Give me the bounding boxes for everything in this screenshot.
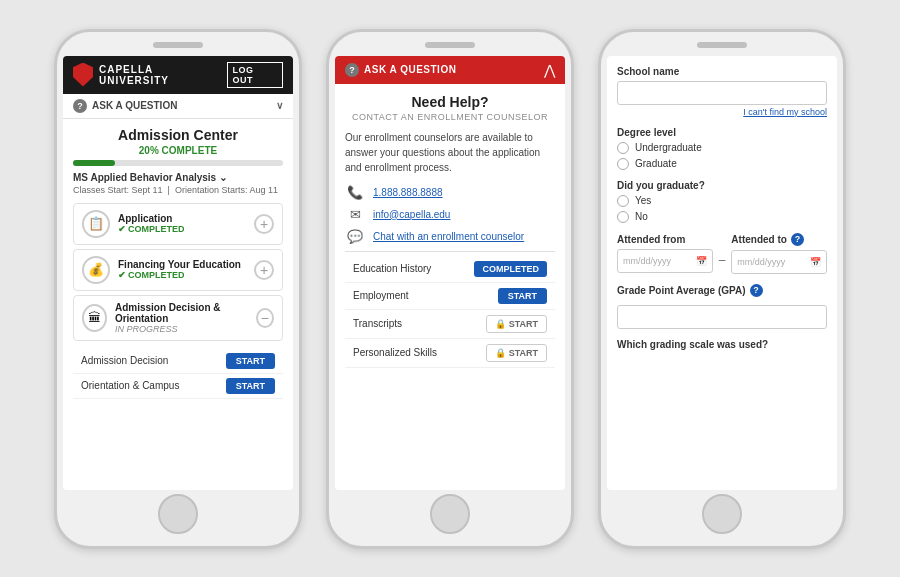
chat-contact-row: 💬 Chat with an enrollment counselor bbox=[345, 229, 555, 244]
gpa-info-icon[interactable]: ? bbox=[750, 284, 763, 297]
gpa-input[interactable] bbox=[617, 305, 827, 329]
ask-bar-left: ? ASK A QUESTION bbox=[73, 99, 177, 113]
graduate-option[interactable]: Graduate bbox=[617, 158, 827, 170]
yes-radio[interactable] bbox=[617, 195, 629, 207]
p2-header: ? ASK A QUESTION ⋀ bbox=[335, 56, 565, 84]
phone-icon: 📞 bbox=[345, 185, 365, 200]
school-name-field: School name I can't find my school bbox=[617, 66, 827, 117]
step-application-name: Application bbox=[118, 213, 185, 224]
p1-body: Admission Center 20% COMPLETE MS Applied… bbox=[63, 119, 293, 490]
transcripts-button[interactable]: 🔒 START bbox=[486, 315, 547, 333]
admission-decision-start-button[interactable]: START bbox=[226, 353, 275, 369]
need-help-title: Need Help? bbox=[345, 94, 555, 110]
degree-level-field: Degree level Undergraduate Graduate bbox=[617, 127, 827, 170]
phone-2: ? ASK A QUESTION ⋀ Need Help? CONTACT AN… bbox=[326, 29, 574, 549]
question-icon: ? bbox=[73, 99, 87, 113]
check-icon: ✔ bbox=[118, 224, 126, 234]
yes-label: Yes bbox=[635, 195, 651, 206]
phone-number[interactable]: 1.888.888.8888 bbox=[373, 187, 443, 198]
email-icon: ✉ bbox=[345, 207, 365, 222]
complete-percentage: 20% COMPLETE bbox=[73, 145, 283, 156]
step-collapse-button[interactable]: − bbox=[256, 308, 274, 328]
degree-radio-group: Undergraduate Graduate bbox=[617, 142, 827, 170]
check-icon: ✔ bbox=[118, 270, 126, 280]
step-admission: 🏛 Admission Decision & Orientation IN PR… bbox=[73, 295, 283, 341]
admission-decision-label: Admission Decision bbox=[81, 355, 168, 366]
phone-contact-row: 📞 1.888.888.8888 bbox=[345, 185, 555, 200]
program-dates: Classes Start: Sept 11 | Orientation Sta… bbox=[73, 185, 283, 195]
graduate-radio[interactable] bbox=[617, 158, 629, 170]
brand-area: Capella University bbox=[73, 63, 227, 87]
step-financing-status: ✔ COMPLETED bbox=[118, 270, 241, 280]
p3-body: School name I can't find my school Degre… bbox=[607, 56, 837, 490]
list-item-transcripts: Transcripts 🔒 START bbox=[345, 310, 555, 339]
calendar-icon: 📅 bbox=[696, 256, 707, 266]
question-icon: ? bbox=[345, 63, 359, 77]
step-admission-status: IN PROGRESS bbox=[115, 324, 256, 334]
undergraduate-option[interactable]: Undergraduate bbox=[617, 142, 827, 154]
step-expand-button[interactable]: + bbox=[254, 260, 274, 280]
date-row: Attended from mm/dd/yyyy 📅 – Attended to… bbox=[617, 233, 827, 274]
no-radio[interactable] bbox=[617, 211, 629, 223]
list-item-skills: Personalized Skills 🔒 START bbox=[345, 339, 555, 368]
sub-item-orientation: Orientation & Campus START bbox=[73, 374, 283, 399]
admission-center-title: Admission Center bbox=[73, 127, 283, 143]
orientation-start-button[interactable]: START bbox=[226, 378, 275, 394]
step-financing: 💰 Financing Your Education ✔ COMPLETED + bbox=[73, 249, 283, 291]
attended-to-input[interactable]: mm/dd/yyyy 📅 bbox=[731, 250, 827, 274]
attended-from-input[interactable]: mm/dd/yyyy 📅 bbox=[617, 249, 713, 273]
step-financing-name: Financing Your Education bbox=[118, 259, 241, 270]
logout-button[interactable]: LOG OUT bbox=[227, 62, 283, 88]
grading-scale-field: Which grading scale was used? bbox=[617, 339, 827, 350]
chevron-down-icon: ∨ bbox=[276, 100, 283, 111]
phone-1: Capella University LOG OUT ? ASK A QUEST… bbox=[54, 29, 302, 549]
employment-button[interactable]: START bbox=[498, 288, 547, 304]
capella-shield-icon bbox=[73, 63, 93, 87]
phone-3-screen: School name I can't find my school Degre… bbox=[607, 56, 837, 490]
education-history-label: Education History bbox=[353, 263, 431, 274]
lock-icon: 🔒 bbox=[495, 319, 506, 329]
email-contact-row: ✉ info@capella.edu bbox=[345, 207, 555, 222]
find-school-link[interactable]: I can't find my school bbox=[617, 107, 827, 117]
chat-icon: 💬 bbox=[345, 229, 365, 244]
p1-header: Capella University LOG OUT bbox=[63, 56, 293, 94]
undergraduate-label: Undergraduate bbox=[635, 142, 702, 153]
chat-link[interactable]: Chat with an enrollment counselor bbox=[373, 231, 524, 242]
list-item-employment: Employment START bbox=[345, 283, 555, 310]
p2-body: Need Help? CONTACT AN ENROLLMENT COUNSEL… bbox=[335, 84, 565, 490]
email-address[interactable]: info@capella.edu bbox=[373, 209, 450, 220]
phone-3: School name I can't find my school Degre… bbox=[598, 29, 846, 549]
employment-label: Employment bbox=[353, 290, 409, 301]
ask-question-bar[interactable]: ? ASK A QUESTION ∨ bbox=[63, 94, 293, 119]
step-expand-button[interactable]: + bbox=[254, 214, 274, 234]
progress-bar-fill bbox=[73, 160, 115, 166]
school-name-input[interactable] bbox=[617, 81, 827, 105]
attended-to-info-icon[interactable]: ? bbox=[791, 233, 804, 246]
need-help-description: Our enrollment counselors are available … bbox=[345, 130, 555, 175]
no-option[interactable]: No bbox=[617, 211, 827, 223]
progress-bar-container bbox=[73, 160, 283, 166]
education-history-button[interactable]: COMPLETED bbox=[474, 261, 547, 277]
step-admission-name: Admission Decision & Orientation bbox=[115, 302, 256, 324]
undergraduate-radio[interactable] bbox=[617, 142, 629, 154]
phone-1-screen: Capella University LOG OUT ? ASK A QUEST… bbox=[63, 56, 293, 490]
attended-from-label: Attended from bbox=[617, 234, 685, 245]
step-application: 📋 Application ✔ COMPLETED + bbox=[73, 203, 283, 245]
grading-scale-label: Which grading scale was used? bbox=[617, 339, 827, 350]
gpa-label: Grade Point Average (GPA) bbox=[617, 285, 746, 296]
graduate-label: Graduate bbox=[635, 158, 677, 169]
attended-to-label: Attended to bbox=[731, 234, 787, 245]
degree-level-label: Degree level bbox=[617, 127, 827, 138]
step-application-status: ✔ COMPLETED bbox=[118, 224, 185, 234]
skills-label: Personalized Skills bbox=[353, 347, 437, 358]
yes-option[interactable]: Yes bbox=[617, 195, 827, 207]
brand-name: Capella University bbox=[99, 64, 227, 86]
skills-button[interactable]: 🔒 START bbox=[486, 344, 547, 362]
phone-2-screen: ? ASK A QUESTION ⋀ Need Help? CONTACT AN… bbox=[335, 56, 565, 490]
program-name: MS Applied Behavior Analysis ⌄ bbox=[73, 172, 283, 183]
no-label: No bbox=[635, 211, 648, 222]
date-separator: – bbox=[719, 253, 726, 267]
calendar-icon: 📅 bbox=[810, 257, 821, 267]
school-name-label: School name bbox=[617, 66, 827, 77]
close-icon[interactable]: ⋀ bbox=[544, 62, 555, 78]
